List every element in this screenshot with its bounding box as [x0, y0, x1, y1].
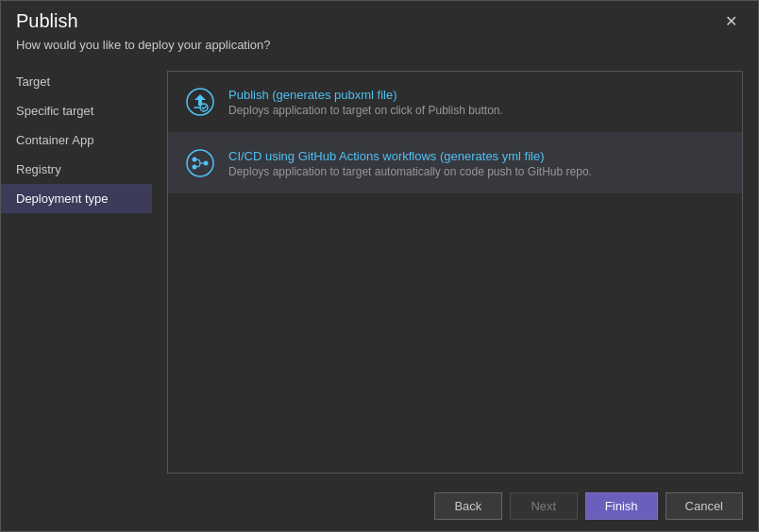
back-button[interactable]: Back — [434, 492, 502, 520]
publish-icon — [183, 85, 217, 119]
sidebar: Target Specific target Container App Reg… — [1, 63, 152, 481]
option-cicd-desc: Deploys application to target automatica… — [228, 165, 592, 178]
cicd-icon-svg — [185, 148, 215, 178]
sidebar-item-registry[interactable]: Registry — [1, 155, 152, 184]
svg-point-1 — [200, 104, 208, 111]
sidebar-item-deployment-type[interactable]: Deployment type — [1, 184, 152, 213]
option-cicd-title: CI/CD using GitHub Actions workflows (ge… — [228, 149, 592, 163]
sidebar-item-container-app[interactable]: Container App — [1, 125, 152, 155]
sidebar-item-target[interactable]: Target — [1, 67, 152, 96]
finish-button[interactable]: Finish — [585, 492, 658, 520]
next-button[interactable]: Next — [510, 492, 578, 520]
svg-point-5 — [204, 161, 209, 166]
svg-point-3 — [193, 158, 197, 162]
option-cicd-github[interactable]: CI/CD using GitHub Actions workflows (ge… — [168, 133, 742, 193]
option-cicd-text: CI/CD using GitHub Actions workflows (ge… — [228, 149, 592, 178]
content-area: Target Specific target Container App Reg… — [1, 63, 758, 481]
dialog-subtitle: How would you like to deploy your applic… — [1, 38, 758, 63]
footer: Back Next Finish Cancel — [1, 481, 758, 531]
option-publish-title: Publish (generates pubxml file) — [228, 88, 503, 102]
cancel-button[interactable]: Cancel — [666, 492, 743, 520]
option-publish-desc: Deploys application to target on click o… — [228, 104, 503, 117]
close-button[interactable]: ✕ — [719, 10, 743, 32]
publish-dialog: Publish ✕ How would you like to deploy y… — [0, 0, 759, 532]
svg-point-4 — [193, 165, 197, 170]
main-panel: Publish (generates pubxml file) Deploys … — [152, 63, 758, 481]
cicd-icon — [183, 146, 217, 180]
title-bar: Publish ✕ — [1, 1, 758, 38]
option-publish-text: Publish (generates pubxml file) Deploys … — [228, 88, 503, 117]
option-publish-pubxml[interactable]: Publish (generates pubxml file) Deploys … — [168, 72, 742, 133]
options-list: Publish (generates pubxml file) Deploys … — [167, 71, 743, 474]
sidebar-item-specific-target[interactable]: Specific target — [1, 96, 152, 125]
dialog-title: Publish — [16, 10, 78, 32]
publish-icon-svg — [185, 87, 215, 117]
